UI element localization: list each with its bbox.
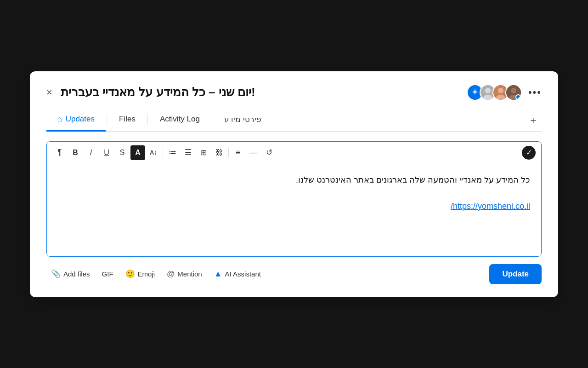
mention-label: Mention [177, 270, 202, 278]
notification-dot [515, 94, 521, 100]
editor-link[interactable]: /https://yomsheni.co.il [58, 200, 530, 213]
check-icon: ✓ [526, 148, 532, 157]
tab-divider-2 [147, 115, 148, 125]
add-icon: + [472, 87, 478, 98]
toolbar-divider-2 [228, 148, 229, 157]
toolbar-paragraph-btn[interactable]: ¶ [52, 145, 67, 160]
toolbar-text-color-btn[interactable]: A [130, 145, 145, 160]
avatars-group: + [467, 84, 522, 101]
modal-overlay: × !יום שני – כל המידע על מאנדיי בעברית + [0, 0, 588, 368]
toolbar-text-size-btn[interactable]: A↕ [146, 145, 161, 160]
editor-content[interactable]: כל המידע על מאנדיי והטמעה שלה בארגונים ב… [47, 164, 541, 256]
tab-activity-log[interactable]: Activity Log [149, 110, 211, 132]
tab-details[interactable]: פירטי מידע [213, 110, 272, 132]
gif-label: GIF [102, 270, 113, 278]
tab-updates[interactable]: ⌂ Updates [46, 110, 106, 132]
user-avatar-3[interactable] [505, 84, 522, 101]
toolbar-link-btn[interactable]: ⛓ [212, 145, 226, 160]
tab-divider-1 [107, 115, 107, 125]
header-right: + [467, 84, 542, 101]
add-files-label: Add files [63, 270, 90, 278]
toolbar-italic-btn[interactable]: I [84, 145, 98, 160]
toolbar-undo-btn[interactable]: ↺ [262, 145, 277, 160]
ai-assistant-button[interactable]: ▲ AI Assistant [209, 265, 266, 282]
mention-button[interactable]: @ Mention [162, 266, 207, 282]
modal-title: !יום שני – כל המידע על מאנדיי בעברית [61, 85, 255, 99]
title-area: !יום שני – כל המידע על מאנדיי בעברית [61, 85, 467, 99]
tab-activity-log-label: Activity Log [160, 115, 200, 124]
editor-footer: 📎 Add files GIF 🙂 Emoji @ Mention ▲ AI A… [46, 264, 542, 284]
editor-text-line1: כל המידע על מאנדיי והטמעה שלה בארגונים ב… [58, 173, 530, 187]
toolbar-underline-btn[interactable]: U [99, 145, 114, 160]
toolbar-align-btn[interactable]: ≡ [231, 145, 245, 160]
emoji-icon: 🙂 [125, 269, 135, 279]
ai-icon: ▲ [214, 269, 222, 279]
emoji-button[interactable]: 🙂 Emoji [121, 265, 160, 282]
more-options-button[interactable]: ••• [528, 86, 542, 98]
svg-point-1 [485, 88, 491, 93]
modal: × !יום שני – כל המידע על מאנדיי בעברית + [30, 71, 558, 297]
home-icon: ⌂ [57, 115, 62, 123]
add-tab-button[interactable]: + [525, 111, 542, 130]
tab-updates-label: Updates [66, 115, 95, 124]
tabs-bar: ⌂ Updates Files Activity Log פירטי מידע … [46, 110, 542, 132]
tab-files-label: Files [119, 115, 136, 124]
toolbar-bold-btn[interactable]: B [68, 145, 83, 160]
tab-divider-3 [212, 115, 212, 125]
add-files-button[interactable]: 📎 Add files [46, 265, 95, 282]
tab-files[interactable]: Files [108, 110, 147, 132]
toolbar-ordered-list-btn[interactable]: ≔ [165, 145, 180, 160]
toolbar-check-btn[interactable]: ✓ [522, 146, 536, 160]
svg-point-7 [511, 88, 516, 93]
at-icon: @ [167, 270, 175, 279]
toolbar-unordered-list-btn[interactable]: ☰ [181, 145, 195, 160]
paperclip-icon: 📎 [51, 269, 61, 279]
svg-point-4 [498, 88, 503, 93]
tab-details-label: פירטי מידע [224, 115, 261, 124]
ai-assistant-label: AI Assistant [225, 270, 261, 278]
editor-toolbar: ¶ B I U S A A↕ ≔ ☰ ⊞ ⛓ ≡ — ↺ ✓ [47, 142, 541, 164]
modal-header: × !יום שני – כל המידע על מאנדיי בעברית + [46, 84, 542, 101]
toolbar-divider-1 [163, 148, 163, 157]
update-button[interactable]: Update [489, 264, 542, 284]
close-button[interactable]: × [46, 87, 52, 98]
toolbar-table-btn[interactable]: ⊞ [196, 145, 211, 160]
emoji-label: Emoji [138, 270, 155, 278]
toolbar-strikethrough-btn[interactable]: S [115, 145, 130, 160]
gif-button[interactable]: GIF [97, 266, 118, 282]
editor-container: ¶ B I U S A A↕ ≔ ☰ ⊞ ⛓ ≡ — ↺ ✓ [46, 141, 542, 257]
toolbar-hr-btn[interactable]: — [246, 145, 261, 160]
